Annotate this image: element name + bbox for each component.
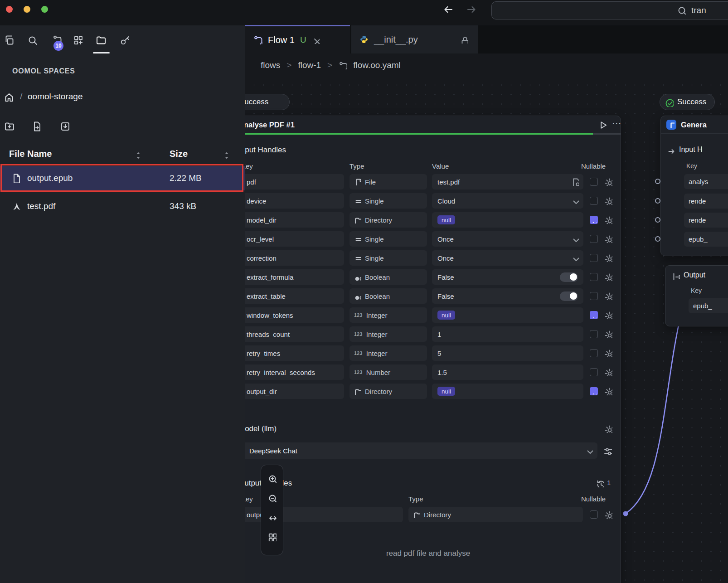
value-select[interactable]: Cloud bbox=[432, 193, 583, 209]
global-search-input[interactable]: tran bbox=[491, 1, 728, 19]
gear-icon[interactable] bbox=[604, 273, 612, 281]
toggle-switch[interactable] bbox=[560, 272, 578, 282]
tab-init-py[interactable]: __init__.py bbox=[351, 25, 478, 53]
gear-icon[interactable] bbox=[604, 425, 612, 433]
gear-icon[interactable] bbox=[604, 216, 612, 224]
gear-icon[interactable] bbox=[604, 197, 612, 205]
search-icon[interactable] bbox=[27, 35, 39, 47]
value-null[interactable]: null bbox=[432, 212, 583, 228]
toggle-switch[interactable] bbox=[560, 292, 578, 301]
node-generate[interactable]: Genera Input H Key analys rende rende ep… bbox=[660, 116, 728, 256]
gear-icon[interactable] bbox=[604, 368, 612, 376]
output-field[interactable]: epub_ bbox=[689, 298, 728, 313]
nullable-checkbox-checked[interactable] bbox=[590, 311, 598, 319]
window-close-button[interactable] bbox=[6, 6, 13, 13]
nullable-checkbox[interactable] bbox=[590, 349, 598, 357]
nullable-checkbox[interactable] bbox=[590, 178, 598, 186]
key-field[interactable]: threads_count bbox=[245, 326, 344, 342]
gear-icon[interactable] bbox=[604, 254, 612, 262]
input-handle-dot[interactable] bbox=[655, 198, 660, 204]
flow-canvas[interactable]: Success Success Analyse PDF #1 ⋯ Input H… bbox=[245, 77, 728, 583]
key-field[interactable]: pdf bbox=[245, 174, 344, 189]
gear-icon[interactable] bbox=[604, 311, 612, 319]
key-field[interactable]: retry_interval_seconds bbox=[245, 364, 344, 380]
gear-icon[interactable] bbox=[604, 330, 612, 338]
layout-grid-button[interactable] bbox=[263, 528, 281, 546]
tab-flow-1[interactable]: Flow 1 U bbox=[245, 25, 350, 53]
file-search-icon[interactable] bbox=[571, 178, 579, 186]
value-input[interactable]: 1.5 bbox=[432, 364, 583, 380]
storage-breadcrumb[interactable]: / oomol-storage bbox=[0, 91, 245, 103]
folder-explorer-icon[interactable] bbox=[96, 35, 107, 47]
new-folder-icon[interactable] bbox=[4, 121, 15, 132]
node-generate-outputs[interactable]: Output Key epub_ bbox=[665, 265, 728, 326]
fit-width-button[interactable] bbox=[263, 508, 281, 526]
gear-icon[interactable] bbox=[604, 510, 612, 519]
path-segment[interactable]: oomol-storage bbox=[28, 92, 83, 102]
key-field[interactable]: retry_times bbox=[245, 345, 344, 361]
input-field[interactable]: analys bbox=[684, 174, 728, 189]
run-node-play-icon[interactable] bbox=[597, 120, 607, 130]
nullable-checkbox[interactable] bbox=[590, 254, 598, 262]
nullable-checkbox[interactable] bbox=[590, 292, 598, 300]
file-row-output-epub[interactable]: output.epub 2.22 MB bbox=[0, 166, 245, 190]
key-field[interactable]: extract_formula bbox=[245, 269, 344, 285]
nullable-checkbox[interactable] bbox=[590, 368, 598, 376]
nullable-checkbox[interactable] bbox=[590, 235, 598, 243]
size-header[interactable]: Size bbox=[170, 149, 188, 159]
file-name-header[interactable]: File Name bbox=[9, 149, 52, 159]
value-null[interactable]: null bbox=[432, 384, 583, 399]
input-field[interactable]: epub_ bbox=[684, 232, 728, 247]
gear-icon[interactable] bbox=[604, 178, 612, 186]
nullable-checkbox[interactable] bbox=[590, 330, 598, 338]
file-row-test-pdf[interactable]: test.pdf 343 kB bbox=[0, 194, 245, 219]
input-field[interactable]: rende bbox=[684, 213, 728, 228]
window-minimize-button[interactable] bbox=[24, 6, 30, 13]
extensions-icon[interactable] bbox=[73, 35, 85, 47]
value-field-file[interactable]: test.pdf bbox=[432, 174, 583, 189]
close-icon[interactable] bbox=[312, 36, 320, 44]
key-field[interactable]: ocr_level bbox=[245, 231, 344, 247]
files-copy-icon[interactable] bbox=[4, 35, 15, 47]
key-field[interactable]: extract_table bbox=[245, 288, 344, 304]
key-field[interactable]: model_dir bbox=[245, 212, 344, 228]
sliders-icon[interactable] bbox=[603, 446, 612, 455]
sort-name-icon[interactable] bbox=[133, 150, 142, 159]
value-null[interactable]: null bbox=[432, 307, 583, 323]
nullable-checkbox[interactable] bbox=[590, 197, 598, 205]
breadcrumb-flow-1[interactable]: flow-1 bbox=[298, 60, 321, 70]
history-icon[interactable] bbox=[596, 479, 604, 487]
key-icon[interactable] bbox=[120, 35, 131, 47]
gear-icon[interactable] bbox=[604, 292, 612, 300]
breadcrumb-flow-oo-yaml[interactable]: flow.oo.yaml bbox=[353, 60, 401, 70]
zoom-in-button[interactable] bbox=[263, 469, 281, 487]
input-field[interactable]: rende bbox=[684, 194, 728, 209]
input-handle-dot[interactable] bbox=[655, 217, 660, 223]
home-icon[interactable] bbox=[4, 92, 14, 102]
key-field[interactable]: device bbox=[245, 193, 344, 209]
nullable-checkbox-checked[interactable] bbox=[590, 216, 598, 224]
zoom-out-button[interactable] bbox=[263, 489, 281, 507]
key-field[interactable]: output_dir bbox=[245, 384, 344, 399]
nullable-checkbox-checked[interactable] bbox=[590, 387, 598, 395]
back-arrow-icon[interactable] bbox=[443, 4, 455, 16]
key-field[interactable]: correction bbox=[245, 250, 344, 266]
value-select[interactable]: Once bbox=[432, 250, 583, 266]
value-input[interactable]: 5 bbox=[432, 345, 583, 361]
gear-icon[interactable] bbox=[604, 235, 612, 243]
gear-icon[interactable] bbox=[604, 387, 612, 395]
import-file-icon[interactable] bbox=[60, 121, 71, 132]
nullable-checkbox[interactable] bbox=[590, 273, 598, 281]
value-select[interactable]: Once bbox=[432, 231, 583, 247]
sort-size-icon[interactable] bbox=[221, 150, 230, 159]
breadcrumb-flows[interactable]: flows bbox=[261, 60, 280, 70]
model-select[interactable]: DeepSeek Chat bbox=[245, 442, 597, 459]
input-handle-dot[interactable] bbox=[655, 236, 660, 242]
nullable-checkbox[interactable] bbox=[590, 510, 598, 519]
gear-icon[interactable] bbox=[604, 349, 612, 357]
more-options-icon[interactable]: ⋯ bbox=[612, 118, 621, 129]
new-file-icon[interactable] bbox=[32, 121, 43, 132]
forward-arrow-icon[interactable] bbox=[466, 4, 478, 16]
window-zoom-button[interactable] bbox=[41, 6, 48, 13]
value-input[interactable]: 1 bbox=[432, 326, 583, 342]
